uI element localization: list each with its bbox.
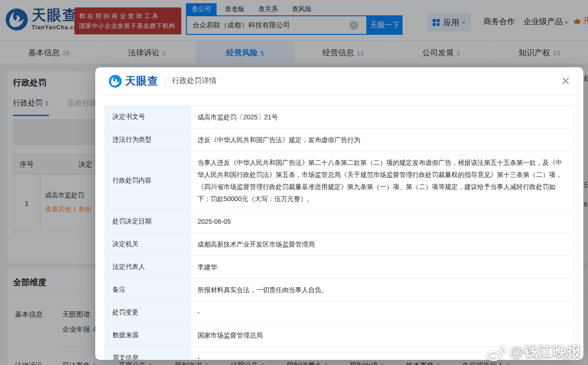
field-label: 处罚决定日期: [105, 210, 191, 233]
field-value: -: [191, 301, 574, 324]
weibo-watermark: @钱江晚报: [486, 342, 581, 361]
detail-row: 违法行为类型违反《中华人民共和国广告法》规定，发布虚假广告行为: [105, 129, 574, 151]
penalty-detail-table: 决定书文号成高市监处罚〔2025〕21号 违法行为类型违反《中华人民共和国广告法…: [105, 105, 574, 360]
modal-title: 行政处罚详情: [172, 76, 217, 86]
weibo-icon: [486, 343, 507, 361]
detail-row: 备注所报材料真实合法，一切责任由当事人自负。: [105, 279, 574, 301]
field-value: 所报材料真实合法，一切责任由当事人自负。: [191, 279, 574, 301]
field-label: 法定代表人: [105, 256, 191, 279]
detail-row: 处罚决定日期2025-06-05: [105, 210, 574, 233]
field-value: 当事人违反《中华人民共和国广告法》第二十八条第二款第（二）项的规定发布虚假广告，…: [191, 151, 574, 210]
modal-brand: 天眼查: [125, 74, 159, 88]
field-label: 备注: [105, 279, 191, 301]
field-value: 成都高新技术产业开发区市场监督管理局: [191, 233, 574, 256]
field-label: 行政处罚内容: [105, 151, 191, 210]
field-label: 违法行为类型: [105, 129, 191, 151]
page: 天眼查 TianYanCha.com 都在用的商业查询工具 国家中小企业发展子基…: [0, 0, 588, 365]
penalty-detail-modal: 天眼查 行政处罚详情 ✕ 决定书文号成高市监处罚〔2025〕21号 违法行为类型…: [95, 67, 583, 360]
field-label: 原文信息: [105, 347, 191, 360]
detail-row: 处罚变更-: [105, 301, 574, 324]
modal-header: 天眼查 行政处罚详情 ✕: [95, 67, 583, 95]
detail-row: 决定书文号成高市监处罚〔2025〕21号: [105, 106, 574, 129]
field-value: 2025-06-05: [191, 210, 574, 233]
divider: [165, 77, 165, 85]
modal-body: 决定书文号成高市监处罚〔2025〕21号 违法行为类型违反《中华人民共和国广告法…: [95, 95, 583, 360]
field-label: 决定机关: [105, 233, 191, 256]
detail-row: 行政处罚内容当事人违反《中华人民共和国广告法》第二十八条第二款第（二）项的规定发…: [105, 151, 574, 210]
field-value: 李建华: [191, 256, 574, 279]
tianyancha-logo-icon: [108, 74, 122, 88]
field-label: 决定书文号: [105, 106, 191, 129]
close-icon[interactable]: ✕: [561, 76, 570, 87]
field-label: 处罚变更: [105, 301, 191, 324]
detail-row: 法定代表人李建华: [105, 256, 574, 279]
field-value: 违反《中华人民共和国广告法》规定，发布虚假广告行为: [191, 129, 574, 151]
field-value: 成高市监处罚〔2025〕21号: [191, 106, 574, 129]
detail-row: 决定机关成都高新技术产业开发区市场监督管理局: [105, 233, 574, 256]
watermark-text: @钱江晚报: [510, 342, 581, 361]
field-label: 数据来源: [105, 324, 191, 347]
